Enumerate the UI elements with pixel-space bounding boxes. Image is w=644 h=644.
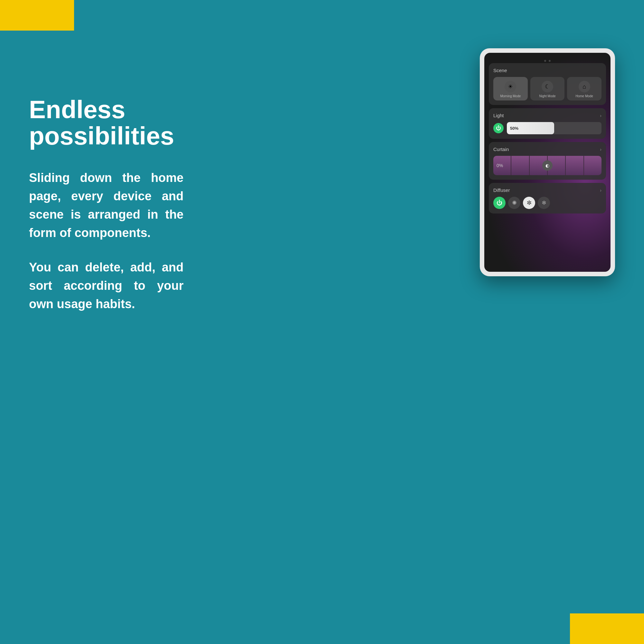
light-card-header: Light › xyxy=(493,113,601,118)
screen-content: Scene ☀ Morning Mode ☾ Night Mode ⌂ H xyxy=(484,53,611,221)
light-controls: ⏻ 50% xyxy=(493,122,601,134)
diffuser-power-button[interactable]: ⏻ xyxy=(493,197,506,209)
light-slider-fill: 50% xyxy=(507,122,554,134)
curtain-handle[interactable]: ◐ xyxy=(542,160,553,171)
description-para1: Sliding down the home page, every device… xyxy=(29,169,184,242)
curtain-card: Curtain › 0% ◐ xyxy=(489,142,606,180)
diffuser-speed-low[interactable]: ✺ xyxy=(508,197,520,209)
home-mode-icon: ⌂ xyxy=(579,81,590,92)
scene-card: Scene ☀ Morning Mode ☾ Night Mode ⌂ H xyxy=(489,63,606,105)
night-mode-icon: ☾ xyxy=(542,81,553,92)
device-mockup: Scene ☀ Morning Mode ☾ Night Mode ⌂ H xyxy=(480,48,615,276)
curtain-visual[interactable]: 0% ◐ xyxy=(493,156,601,175)
home-mode-label: Home Mode xyxy=(575,94,593,98)
camera-dot-2 xyxy=(549,60,551,62)
curtain-stripe-5 xyxy=(566,156,583,175)
curtain-card-header: Curtain › xyxy=(493,147,601,152)
camera-dot-1 xyxy=(544,60,546,62)
night-mode-label: Night Mode xyxy=(539,94,555,98)
curtain-card-title: Curtain xyxy=(493,147,509,152)
diffuser-speed-medium[interactable]: ✼ xyxy=(523,197,535,209)
scene-btn-night[interactable]: ☾ Night Mode xyxy=(530,77,565,100)
scene-btn-home[interactable]: ⌂ Home Mode xyxy=(567,77,601,100)
description-para2: You can delete, add, and sort according … xyxy=(29,258,184,313)
light-power-button[interactable]: ⏻ xyxy=(493,123,504,133)
corner-decoration-br xyxy=(570,613,644,644)
diffuser-card-title: Diffuser xyxy=(493,187,510,193)
curtain-percentage: 0% xyxy=(497,163,503,168)
camera-bar xyxy=(489,57,606,63)
diffuser-speed-high[interactable]: ❄ xyxy=(538,197,550,209)
diffuser-controls: ⏻ ✺ ✼ ❄ xyxy=(493,197,601,209)
curtain-stripe-6 xyxy=(584,156,601,175)
corner-decoration-tl xyxy=(0,0,74,31)
diffuser-card-arrow[interactable]: › xyxy=(600,188,601,193)
light-card: Light › ⏻ 50% xyxy=(489,108,606,139)
morning-mode-icon: ☀ xyxy=(505,81,516,92)
light-card-title: Light xyxy=(493,113,504,118)
curtain-card-arrow[interactable]: › xyxy=(600,147,601,152)
left-content-area: Endless possibilities Sliding down the h… xyxy=(29,97,184,329)
scene-label: Scene xyxy=(493,68,601,73)
curtain-stripe-2 xyxy=(511,156,529,175)
light-slider[interactable]: 50% xyxy=(507,122,601,134)
scene-buttons-group: ☀ Morning Mode ☾ Night Mode ⌂ Home Mode xyxy=(493,77,601,100)
device-frame: Scene ☀ Morning Mode ☾ Night Mode ⌂ H xyxy=(480,48,615,276)
light-percentage: 50% xyxy=(510,126,518,131)
morning-mode-label: Morning Mode xyxy=(500,94,521,98)
light-card-arrow[interactable]: › xyxy=(600,113,601,118)
headline: Endless possibilities xyxy=(29,97,184,149)
device-screen: Scene ☀ Morning Mode ☾ Night Mode ⌂ H xyxy=(484,53,611,272)
diffuser-card-header: Diffuser › xyxy=(493,187,601,193)
diffuser-card: Diffuser › ⏻ ✺ ✼ ❄ xyxy=(489,183,606,213)
scene-btn-morning[interactable]: ☀ Morning Mode xyxy=(493,77,528,100)
